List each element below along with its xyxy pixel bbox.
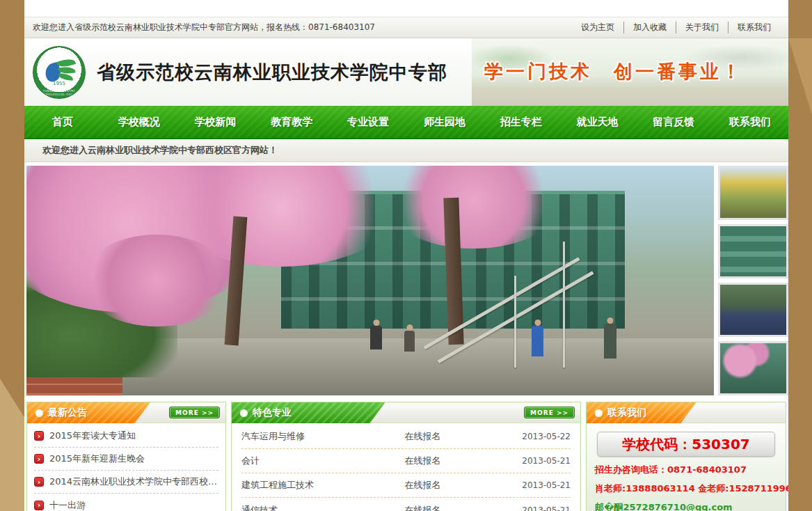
nav-item[interactable]: 就业天地 (559, 106, 636, 138)
logo-ring-text: YUNNAN FORESTRY TECHNOLOGICAL COLLEGE (33, 89, 85, 96)
major-name-link[interactable]: 汽车运用与维修 (241, 430, 405, 443)
announcements-list: › 2015年套读大专通知 › 2015年新年迎新生晚会 › 2014云南林业职… (27, 423, 225, 511)
major-apply-link[interactable]: 在线报名 (405, 455, 514, 467)
main-gallery (24, 164, 788, 395)
photo-slide-post (514, 276, 516, 368)
contact-phone-line: 招生办咨询电话：0871-68403107 (595, 464, 779, 476)
contact-email-line: 邮�酮2572876710@qq.com (595, 501, 779, 511)
school-logo-icon[interactable]: 1955 YUNNAN FORESTRY TECHNOLOGICAL COLLE… (33, 46, 86, 99)
nav-item[interactable]: 教育教学 (253, 106, 330, 138)
topbar-links: 设为主页加入收藏关于我们联系我们 (572, 22, 780, 33)
photo-person (370, 326, 382, 349)
contact-body: 学校代码：530307 招生办咨询电话：0871-68403107 肖老师:13… (587, 423, 786, 511)
topbar-link[interactable]: 设为主页 (572, 22, 623, 33)
thumbnail-pink-flowers[interactable] (718, 341, 788, 395)
nav-item[interactable]: 学校概况 (101, 106, 177, 138)
contact-title-label: 联系我们 (587, 402, 696, 423)
major-row: 通信技术 在线报名 2013-05-21 (241, 498, 571, 511)
topbar-link[interactable]: 关于我们 (676, 22, 728, 33)
site-container: 欢迎您进入省级示范校云南林业职业技术学院中专部官方网站，报名热线：0871-68… (24, 0, 788, 511)
arrow-icon: › (34, 431, 44, 441)
photo-cherry-blossom (81, 235, 232, 327)
nav-item[interactable]: 专业设置 (330, 106, 406, 138)
photo-person (532, 326, 543, 356)
major-name-link[interactable]: 建筑工程施工技术 (241, 479, 405, 492)
bullet-icon (35, 409, 43, 417)
topbar-link[interactable]: 加入收藏 (623, 22, 676, 33)
contact-title: 联系我们 (607, 407, 646, 419)
nav-item[interactable]: 招生专栏 (483, 106, 559, 138)
contact-teachers-line: 肖老师:13888063114 金老师:15287119964 (595, 482, 779, 495)
thumbnail-campus-autumn[interactable] (718, 166, 788, 220)
slider-photo[interactable] (26, 166, 714, 395)
arrow-icon: › (34, 477, 44, 487)
topbar-link[interactable]: 联系我们 (728, 22, 780, 33)
topbar: 欢迎您进入省级示范校云南林业职业技术学院中专部官方网站，报名热线：0871-68… (24, 17, 788, 38)
logo-leaf-icon (58, 73, 74, 80)
majors-title-label: 特色专业 (232, 402, 385, 423)
topbar-welcome-text: 欢迎您进入省级示范校云南林业职业技术学院中专部官方网站，报名热线：0871-68… (33, 22, 375, 33)
majors-title: 特色专业 (253, 407, 292, 419)
bullet-icon (595, 409, 603, 417)
sub-welcome-bar: 欢迎您进入云南林业职业技术学院中专部西校区官方网站！ (24, 139, 788, 162)
majors-header: 特色专业 MORE >> (232, 402, 580, 423)
announcements-title: 最新公告 (48, 407, 87, 419)
major-name-link[interactable]: 通信技术 (241, 504, 405, 511)
major-date: 2013-05-21 (514, 505, 571, 511)
major-date: 2013-05-21 (514, 456, 571, 466)
major-name-link[interactable]: 会计 (241, 455, 405, 467)
thumbnail-student-assembly[interactable] (718, 283, 788, 337)
bottom-panels: 最新公告 MORE >> › 2015年套读大专通知 › 2015年新年迎新生晚… (24, 395, 788, 511)
announcement-link[interactable]: 2015年新年迎新生晚会 (49, 453, 145, 465)
major-row: 会计 在线报名 2013-05-21 (241, 449, 571, 473)
major-row: 建筑工程施工技术 在线报名 2013-05-21 (241, 473, 571, 498)
major-date: 2013-05-21 (514, 480, 571, 490)
majors-list: 汽车运用与维修 在线报名 2013-05-22 会计 在线报名 2013-05-… (232, 423, 580, 511)
slogan-text: 学一门技术 创一番事业！ (484, 59, 743, 84)
photo-person (404, 331, 415, 352)
major-apply-link[interactable]: 在线报名 (405, 430, 514, 443)
bullet-icon (240, 409, 248, 417)
sub-welcome-text: 欢迎您进入云南林业职业技术学院中专部西校区官方网站！ (42, 144, 278, 157)
announcement-row: › 2015年新年迎新生晚会 (34, 448, 218, 471)
announcements-panel: 最新公告 MORE >> › 2015年套读大专通知 › 2015年新年迎新生晚… (26, 402, 226, 511)
majors-panel: 特色专业 MORE >> 汽车运用与维修 在线报名 2013-05-22 会计 … (231, 402, 581, 511)
nav-item[interactable]: 联系我们 (712, 106, 788, 138)
announcement-link[interactable]: 十一出游 (49, 499, 86, 511)
school-code-button[interactable]: 学校代码：530307 (597, 432, 774, 457)
announcements-header: 最新公告 MORE >> (27, 402, 225, 423)
nav-item[interactable]: 首页 (24, 106, 101, 138)
nav-item[interactable]: 师生园地 (406, 106, 483, 138)
majors-more-button[interactable]: MORE >> (524, 407, 575, 418)
announcement-row: › 2014云南林业职业技术学院中专部西校区... (34, 471, 218, 494)
header-banner: 学一门技术 创一番事业！ (472, 38, 788, 106)
contact-panel: 联系我们 学校代码：530307 招生办咨询电话：0871-68403107 肖… (586, 402, 786, 511)
photo-person (604, 324, 616, 359)
photo-slide-post (563, 242, 565, 368)
decor-triangle-right (788, 38, 812, 115)
nav-item[interactable]: 留言反馈 (635, 106, 712, 138)
arrow-icon: › (34, 454, 44, 464)
main-nav: 首页学校概况学校新闻教育教学专业设置师生园地招生专栏就业天地留言反馈联系我们 (24, 106, 788, 139)
arrow-icon: › (34, 501, 44, 510)
major-date: 2013-05-22 (514, 432, 571, 441)
major-row: 汽车运用与维修 在线报名 2013-05-22 (241, 425, 571, 449)
announcement-link[interactable]: 2014云南林业职业技术学院中专部西校区... (49, 475, 218, 488)
announcement-row: › 2015年套读大专通知 (34, 425, 218, 448)
announcement-row: › 十一出游 (34, 494, 218, 511)
thumbnail-green-building[interactable] (718, 224, 788, 278)
page-title: 省级示范校云南林业职业技术学院中专部 (97, 60, 447, 85)
site-header: 1955 YUNNAN FORESTRY TECHNOLOGICAL COLLE… (24, 38, 788, 106)
announcements-title-label: 最新公告 (27, 402, 150, 423)
major-apply-link[interactable]: 在线报名 (405, 479, 514, 492)
contact-header: 联系我们 (587, 402, 786, 423)
major-apply-link[interactable]: 在线报名 (405, 504, 514, 511)
logo-year: 1955 (33, 81, 85, 86)
nav-item[interactable]: 学校新闻 (177, 106, 254, 138)
thumbnail-column (718, 166, 788, 395)
announcement-link[interactable]: 2015年套读大专通知 (49, 430, 136, 442)
announcements-more-button[interactable]: MORE >> (169, 407, 220, 418)
